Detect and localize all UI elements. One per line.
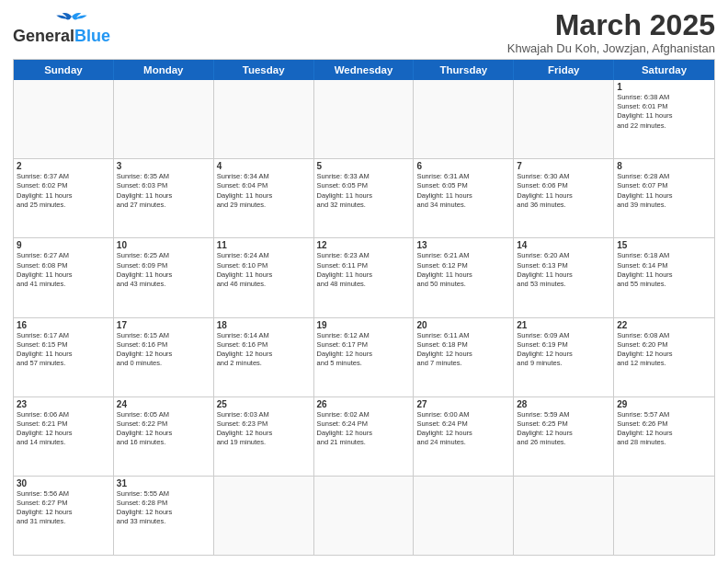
cell-info: Sunrise: 6:12 AM Sunset: 6:17 PM Dayligh… [317, 331, 411, 369]
page: General Blue March 2025 Khwajah Du Koh, … [0, 0, 728, 563]
day-number: 17 [117, 320, 210, 330]
cell-info: Sunrise: 6:38 AM Sunset: 6:01 PM Dayligh… [617, 93, 711, 131]
cal-cell: 15Sunrise: 6:18 AM Sunset: 6:14 PM Dayli… [614, 238, 714, 316]
day-number: 26 [317, 399, 411, 409]
cell-info: Sunrise: 6:30 AM Sunset: 6:06 PM Dayligh… [517, 172, 610, 210]
cell-info: Sunrise: 6:08 AM Sunset: 6:20 PM Dayligh… [617, 331, 711, 369]
header-day-tuesday: Tuesday [214, 60, 314, 80]
cal-cell [14, 80, 114, 158]
day-number: 10 [117, 240, 210, 250]
cal-cell: 9Sunrise: 6:27 AM Sunset: 6:08 PM Daylig… [14, 238, 114, 316]
day-number: 18 [217, 320, 311, 330]
day-number: 11 [217, 240, 311, 250]
cal-cell: 2Sunrise: 6:37 AM Sunset: 6:02 PM Daylig… [14, 159, 114, 237]
day-number: 14 [517, 240, 610, 250]
week-row-1: 2Sunrise: 6:37 AM Sunset: 6:02 PM Daylig… [14, 159, 714, 238]
day-number: 31 [117, 478, 210, 488]
day-number: 4 [217, 161, 311, 171]
cal-cell: 19Sunrise: 6:12 AM Sunset: 6:17 PM Dayli… [314, 318, 415, 396]
cal-cell: 8Sunrise: 6:28 AM Sunset: 6:07 PM Daylig… [614, 159, 714, 237]
week-row-2: 9Sunrise: 6:27 AM Sunset: 6:08 PM Daylig… [14, 238, 714, 317]
logo: General Blue [13, 9, 110, 46]
day-number: 22 [617, 320, 711, 330]
day-number: 8 [617, 161, 711, 171]
logo-general-text: General [13, 28, 74, 46]
cal-cell: 29Sunrise: 5:57 AM Sunset: 6:26 PM Dayli… [614, 397, 714, 476]
day-number: 3 [117, 161, 210, 171]
cal-cell: 4Sunrise: 6:34 AM Sunset: 6:04 PM Daylig… [214, 159, 314, 237]
cal-cell: 6Sunrise: 6:31 AM Sunset: 6:05 PM Daylig… [414, 159, 514, 237]
day-number: 5 [317, 161, 411, 171]
cell-info: Sunrise: 6:09 AM Sunset: 6:19 PM Dayligh… [517, 331, 610, 369]
logo-blue-text: Blue [74, 28, 110, 46]
cell-info: Sunrise: 6:35 AM Sunset: 6:03 PM Dayligh… [117, 172, 210, 210]
calendar: SundayMondayTuesdayWednesdayThursdayFrid… [13, 59, 715, 556]
header-day-thursday: Thursday [414, 60, 514, 80]
cal-cell: 14Sunrise: 6:20 AM Sunset: 6:13 PM Dayli… [514, 238, 614, 316]
cal-cell: 26Sunrise: 6:02 AM Sunset: 6:24 PM Dayli… [314, 397, 415, 476]
cell-info: Sunrise: 6:33 AM Sunset: 6:05 PM Dayligh… [317, 172, 411, 210]
cal-cell: 22Sunrise: 6:08 AM Sunset: 6:20 PM Dayli… [614, 318, 714, 396]
day-number: 30 [17, 478, 110, 488]
day-number: 6 [416, 161, 510, 171]
header-day-monday: Monday [114, 60, 214, 80]
cal-cell: 30Sunrise: 5:56 AM Sunset: 6:27 PM Dayli… [14, 477, 114, 555]
cal-cell: 1Sunrise: 6:38 AM Sunset: 6:01 PM Daylig… [614, 80, 714, 158]
cell-info: Sunrise: 6:15 AM Sunset: 6:16 PM Dayligh… [117, 331, 210, 369]
cal-cell [114, 80, 214, 158]
cal-cell: 16Sunrise: 6:17 AM Sunset: 6:15 PM Dayli… [14, 318, 114, 396]
week-row-3: 16Sunrise: 6:17 AM Sunset: 6:15 PM Dayli… [14, 318, 714, 397]
cell-info: Sunrise: 6:17 AM Sunset: 6:15 PM Dayligh… [17, 331, 110, 369]
cal-cell: 3Sunrise: 6:35 AM Sunset: 6:03 PM Daylig… [114, 159, 214, 237]
calendar-body: 1Sunrise: 6:38 AM Sunset: 6:01 PM Daylig… [14, 80, 714, 555]
cal-cell [214, 80, 314, 158]
cal-cell: 24Sunrise: 6:05 AM Sunset: 6:22 PM Dayli… [114, 397, 214, 476]
cell-info: Sunrise: 6:20 AM Sunset: 6:13 PM Dayligh… [517, 251, 610, 289]
cell-info: Sunrise: 6:21 AM Sunset: 6:12 PM Dayligh… [416, 251, 510, 289]
cal-cell [414, 477, 514, 555]
day-number: 13 [416, 240, 510, 250]
cal-cell [614, 477, 714, 555]
cal-cell: 18Sunrise: 6:14 AM Sunset: 6:16 PM Dayli… [214, 318, 314, 396]
cell-info: Sunrise: 6:00 AM Sunset: 6:24 PM Dayligh… [416, 410, 510, 448]
header-day-wednesday: Wednesday [314, 60, 415, 80]
cell-info: Sunrise: 6:06 AM Sunset: 6:21 PM Dayligh… [17, 410, 110, 448]
day-number: 23 [17, 399, 110, 409]
header-day-sunday: Sunday [14, 60, 114, 80]
cell-info: Sunrise: 6:31 AM Sunset: 6:05 PM Dayligh… [416, 172, 510, 210]
month-title: March 2025 [507, 9, 715, 41]
cal-cell [314, 80, 415, 158]
cal-cell: 20Sunrise: 6:11 AM Sunset: 6:18 PM Dayli… [414, 318, 514, 396]
cell-info: Sunrise: 6:14 AM Sunset: 6:16 PM Dayligh… [217, 331, 311, 369]
cell-info: Sunrise: 6:25 AM Sunset: 6:09 PM Dayligh… [117, 251, 210, 289]
day-number: 24 [117, 399, 210, 409]
cell-info: Sunrise: 6:37 AM Sunset: 6:02 PM Dayligh… [17, 172, 110, 210]
week-row-0: 1Sunrise: 6:38 AM Sunset: 6:01 PM Daylig… [14, 80, 714, 159]
cal-cell: 10Sunrise: 6:25 AM Sunset: 6:09 PM Dayli… [114, 238, 214, 316]
cell-info: Sunrise: 6:11 AM Sunset: 6:18 PM Dayligh… [416, 331, 510, 369]
cal-cell: 5Sunrise: 6:33 AM Sunset: 6:05 PM Daylig… [314, 159, 415, 237]
cell-info: Sunrise: 6:02 AM Sunset: 6:24 PM Dayligh… [317, 410, 411, 448]
cal-cell: 17Sunrise: 6:15 AM Sunset: 6:16 PM Dayli… [114, 318, 214, 396]
day-number: 15 [617, 240, 711, 250]
cal-cell: 27Sunrise: 6:00 AM Sunset: 6:24 PM Dayli… [414, 397, 514, 476]
cal-cell: 21Sunrise: 6:09 AM Sunset: 6:19 PM Dayli… [514, 318, 614, 396]
week-row-5: 30Sunrise: 5:56 AM Sunset: 6:27 PM Dayli… [14, 477, 714, 555]
day-number: 28 [517, 399, 610, 409]
cal-cell: 11Sunrise: 6:24 AM Sunset: 6:10 PM Dayli… [214, 238, 314, 316]
cell-info: Sunrise: 6:28 AM Sunset: 6:07 PM Dayligh… [617, 172, 711, 210]
cal-cell: 12Sunrise: 6:23 AM Sunset: 6:11 PM Dayli… [314, 238, 415, 316]
cell-info: Sunrise: 5:57 AM Sunset: 6:26 PM Dayligh… [617, 410, 711, 448]
cal-cell [414, 80, 514, 158]
day-number: 19 [317, 320, 411, 330]
cal-cell [514, 80, 614, 158]
title-block: March 2025 Khwajah Du Koh, Jowzjan, Afgh… [507, 9, 715, 55]
day-number: 21 [517, 320, 610, 330]
cell-info: Sunrise: 6:34 AM Sunset: 6:04 PM Dayligh… [217, 172, 311, 210]
day-number: 9 [17, 240, 110, 250]
day-number: 7 [517, 161, 610, 171]
cell-info: Sunrise: 5:56 AM Sunset: 6:27 PM Dayligh… [17, 489, 110, 527]
header: General Blue March 2025 Khwajah Du Koh, … [13, 9, 715, 55]
day-number: 25 [217, 399, 311, 409]
cal-cell [514, 477, 614, 555]
